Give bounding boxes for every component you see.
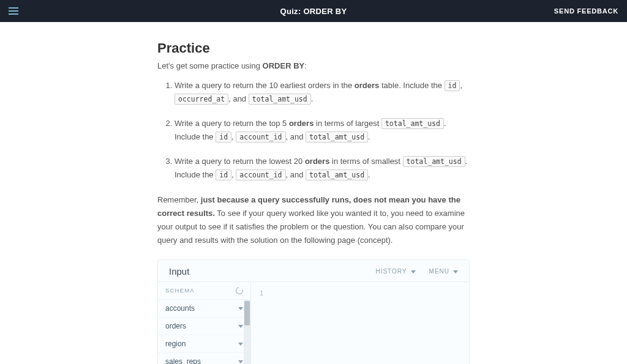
schema-label: SCHEMA: [165, 287, 195, 294]
task-list: Write a query to return the 10 earliest …: [157, 79, 470, 182]
topbar: Quiz: ORDER BY SEND FEEDBACK: [0, 0, 627, 22]
scrollbar-track[interactable]: [244, 300, 250, 364]
chevron-down-icon: [237, 358, 243, 364]
content: Practice Let's get some practice using O…: [0, 22, 627, 364]
schema-panel: SCHEMA accounts orders region sales_reps…: [158, 282, 251, 364]
task-item-2: Write a query to return the top 5 orders…: [175, 117, 470, 144]
schema-item-region[interactable]: region: [158, 335, 250, 353]
menu-dropdown[interactable]: MENU: [429, 268, 458, 275]
code-token: total_amt_usd: [381, 118, 444, 129]
practice-heading: Practice: [157, 40, 470, 56]
chevron-down-icon: [452, 268, 458, 275]
sql-workspace: Input HISTORY MENU SCHEMA accounts order…: [157, 259, 470, 364]
code-token: total_amt_usd: [306, 132, 368, 143]
history-menu[interactable]: HISTORY: [375, 268, 415, 275]
task-item-1: Write a query to return the 10 earliest …: [175, 79, 470, 106]
code-token: id: [216, 169, 231, 180]
code-token: account_id: [236, 169, 285, 180]
code-token: total_amt_usd: [403, 156, 465, 167]
send-feedback-link[interactable]: SEND FEEDBACK: [554, 7, 618, 15]
chevron-down-icon: [237, 340, 243, 347]
scrollbar-thumb[interactable]: [244, 301, 250, 325]
code-token: id: [445, 80, 460, 91]
schema-list: accounts orders region sales_reps web_ev…: [158, 300, 250, 364]
page-title: Quiz: ORDER BY: [280, 7, 347, 16]
input-label: Input: [169, 266, 189, 277]
hamburger-icon[interactable]: [9, 7, 18, 15]
practice-lead: Let's get some practice using ORDER BY:: [157, 61, 470, 70]
chevron-down-icon: [237, 322, 243, 329]
code-token: account_id: [236, 132, 285, 143]
code-token: occurred_at: [175, 94, 228, 105]
chevron-down-icon: [237, 305, 243, 311]
task-item-3: Write a query to return the lowest 20 or…: [175, 155, 470, 182]
schema-item-sales_reps[interactable]: sales_reps: [158, 353, 250, 364]
sql-editor[interactable]: 1: [251, 282, 469, 364]
chevron-down-icon: [410, 268, 416, 275]
schema-item-accounts[interactable]: accounts: [158, 300, 250, 318]
code-token: total_amt_usd: [249, 94, 311, 105]
remember-note: Remember, just because a query successfu…: [157, 193, 470, 247]
refresh-icon[interactable]: [235, 286, 244, 295]
code-token: id: [216, 132, 231, 143]
workspace-header: Input HISTORY MENU: [158, 260, 469, 281]
schema-item-orders[interactable]: orders: [158, 318, 250, 335]
code-token: total_amt_usd: [306, 169, 368, 180]
line-number: 1: [260, 290, 263, 297]
